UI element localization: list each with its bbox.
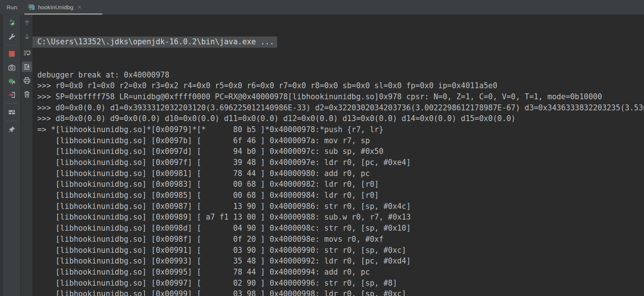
console-line: >>> r0=0x0 r1=0x0 r2=0x0 r3=0x2 r4=0x0 r… [37, 80, 644, 92]
console-line: [libhookinunidbg.so] [0x0098f] [ 0f 20 ]… [37, 234, 644, 245]
attach-debugger-button[interactable] [7, 76, 17, 86]
run-toolwindow-header: Run: hookInUnidbg × [0, 0, 644, 15]
soft-wrap-button[interactable] [22, 48, 32, 58]
console-line: [libhookinunidbg.so] [0x0098d] [ 04 90 ]… [37, 223, 644, 234]
rerun-icon [8, 19, 16, 27]
console-line: [libhookinunidbg.so] [0x0097f] [ 39 48 ]… [37, 157, 644, 168]
console-line: debugger break at: 0x40000978 [37, 70, 644, 81]
console-line: [libhookinunidbg.so] [0x00985] [ 00 68 ]… [37, 190, 644, 201]
console-line: [libhookinunidbg.so] [0x00999] [ 03 98 ]… [37, 289, 644, 296]
stop-button[interactable] [7, 49, 17, 59]
console-line: => *[libhookinunidbg.so]*[0x00979]*[* 80… [37, 124, 644, 135]
wrench-icon [8, 32, 16, 41]
restore-layout-button[interactable] [7, 107, 17, 117]
console-line: >>> d8=0x0(0.0) d9=0x0(0.0) d10=0x0(0.0)… [37, 113, 644, 124]
console-line: [libhookinunidbg.so] [0x00997] [ 02 90 ]… [37, 278, 644, 289]
window-edge-strip [0, 15, 3, 296]
print-icon [23, 76, 31, 85]
build-settings-button[interactable] [7, 31, 17, 42]
console-line: [libhookinunidbg.so] [0x00981] [ 78 44 ]… [37, 168, 644, 179]
console-line: [libhookinunidbg.so] [0x00989] [ a7 f1 1… [37, 212, 644, 223]
toolbar-separator [6, 103, 17, 104]
exit-button[interactable] [7, 90, 17, 100]
toolbar-separator [6, 45, 17, 45]
clear-all-button[interactable] [22, 89, 32, 99]
pin-icon [8, 125, 16, 134]
console-line: [libhookinunidbg.so] [0x0097d] [ 94 b0 ]… [37, 146, 644, 157]
restore-layout-icon [8, 108, 16, 116]
exit-icon [8, 91, 16, 99]
down-arrow-icon [23, 32, 31, 41]
command-text[interactable]: C:\Users\13352\.jdks\openjdk-16.0.2\bin\… [32, 37, 277, 48]
scroll-to-end-button[interactable] [22, 62, 32, 72]
clear-all-trash-icon [23, 90, 31, 98]
console-line: [libhookinunidbg.so] [0x00995] [ 78 44 ]… [37, 267, 644, 278]
run-console-icon [28, 4, 35, 11]
run-label: Run: [7, 0, 18, 15]
thread-dump-button[interactable] [7, 62, 17, 73]
up-arrow-icon [23, 19, 31, 27]
tab-title: hookInUnidbg [38, 4, 73, 11]
stop-icon [8, 50, 16, 58]
rerun-button[interactable] [7, 18, 17, 28]
console-toolbar [21, 15, 32, 296]
print-button[interactable] [22, 75, 32, 86]
console-output[interactable]: C:\Users\13352\.jdks\openjdk-16.0.2\bin\… [32, 15, 644, 296]
attach-debugger-icon [8, 77, 16, 85]
console-line: >>> SP=0xbffff758 LR=unidbg@0xffff0000 P… [37, 92, 644, 103]
camera-dump-icon [8, 63, 16, 72]
console-line: [libhookinunidbg.so] [0x00987] [ 13 90 ]… [37, 201, 644, 212]
tab-close-icon[interactable]: × [78, 4, 81, 11]
console-line: [libhookinunidbg.so] [0x0097b] [ 6f 46 ]… [37, 135, 644, 147]
next-occurrence-button[interactable] [22, 31, 32, 42]
prev-occurrence-button[interactable] [22, 18, 32, 28]
console-line: [libhookinunidbg.so] [0x00993] [ 35 48 ]… [37, 256, 644, 267]
tab-hookinunidbg[interactable]: hookInUnidbg × [24, 0, 102, 15]
console-line: [libhookinunidbg.so] [0x00991] [ 03 90 ]… [37, 245, 644, 256]
run-toolbar [3, 15, 21, 296]
soft-wrap-icon [23, 49, 31, 57]
toolbar-separator [6, 121, 17, 121]
pin-tab-button[interactable] [7, 124, 17, 135]
scroll-to-end-icon [23, 63, 31, 71]
console-line: [libhookinunidbg.so] [0x00983] [ 00 68 ]… [37, 179, 644, 190]
console-lines: debugger break at: 0x40000978>>> r0=0x0 … [37, 70, 644, 296]
console-line: >>> d0=0x0(0.0) d1=0x3933312032203120(3.… [37, 103, 644, 114]
console-command-line: C:\Users\13352\.jdks\openjdk-16.0.2\bin\… [37, 37, 644, 48]
